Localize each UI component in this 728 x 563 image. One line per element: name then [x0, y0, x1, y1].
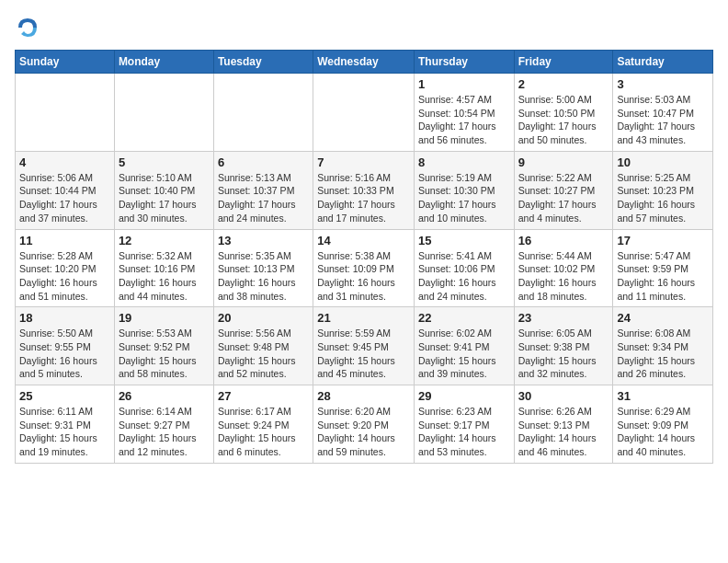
day-info: Sunrise: 5:38 AM Sunset: 10:09 PM Daylig… [317, 249, 410, 304]
calendar-week-3: 11Sunrise: 5:28 AM Sunset: 10:20 PM Dayl… [16, 229, 713, 307]
day-number: 24 [617, 311, 709, 325]
day-number: 7 [317, 155, 410, 169]
days-of-week-row: SundayMondayTuesdayWednesdayThursdayFrid… [16, 51, 713, 74]
day-of-week-tuesday: Tuesday [213, 51, 313, 74]
day-info: Sunrise: 5:00 AM Sunset: 10:50 PM Daylig… [518, 93, 609, 147]
calendar-cell: 9Sunrise: 5:22 AM Sunset: 10:27 PM Dayli… [514, 151, 613, 229]
day-info: Sunrise: 4:57 AM Sunset: 10:54 PM Daylig… [418, 93, 510, 147]
day-info: Sunrise: 5:32 AM Sunset: 10:16 PM Daylig… [119, 249, 210, 304]
day-number: 30 [518, 389, 609, 403]
calendar-cell: 30Sunrise: 6:26 AM Sunset: 9:13 PM Dayli… [514, 385, 613, 464]
day-number: 8 [418, 155, 510, 169]
day-info: Sunrise: 6:08 AM Sunset: 9:34 PM Dayligh… [617, 327, 709, 381]
calendar-cell: 15Sunrise: 5:41 AM Sunset: 10:06 PM Dayl… [414, 229, 514, 307]
day-number: 5 [119, 155, 210, 169]
day-number: 27 [218, 389, 309, 403]
day-number: 17 [617, 234, 709, 247]
day-number: 12 [119, 234, 210, 247]
day-of-week-saturday: Saturday [613, 51, 713, 74]
day-info: Sunrise: 6:14 AM Sunset: 9:27 PM Dayligh… [119, 405, 210, 459]
calendar-cell: 21Sunrise: 5:59 AM Sunset: 9:45 PM Dayli… [313, 307, 415, 385]
calendar-cell: 24Sunrise: 6:08 AM Sunset: 9:34 PM Dayli… [613, 307, 713, 385]
day-number: 13 [218, 234, 309, 247]
day-number: 20 [218, 311, 309, 325]
day-info: Sunrise: 5:03 AM Sunset: 10:47 PM Daylig… [617, 93, 709, 147]
day-info: Sunrise: 6:20 AM Sunset: 9:20 PM Dayligh… [317, 405, 410, 459]
day-number: 25 [19, 389, 110, 403]
day-number: 18 [19, 311, 110, 325]
calendar-cell: 28Sunrise: 6:20 AM Sunset: 9:20 PM Dayli… [313, 385, 415, 464]
day-number: 21 [317, 311, 410, 325]
day-number: 26 [119, 389, 210, 403]
day-info: Sunrise: 5:19 AM Sunset: 10:30 PM Daylig… [418, 171, 510, 225]
day-number: 31 [617, 389, 709, 403]
day-number: 3 [617, 77, 709, 91]
day-number: 11 [19, 234, 110, 247]
day-info: Sunrise: 5:06 AM Sunset: 10:44 PM Daylig… [19, 171, 110, 225]
calendar-cell: 19Sunrise: 5:53 AM Sunset: 9:52 PM Dayli… [114, 307, 213, 385]
day-number: 28 [317, 389, 410, 403]
day-number: 4 [19, 155, 110, 169]
calendar-cell: 20Sunrise: 5:56 AM Sunset: 9:48 PM Dayli… [213, 307, 313, 385]
calendar-cell: 2Sunrise: 5:00 AM Sunset: 10:50 PM Dayli… [514, 74, 613, 152]
calendar-cell: 10Sunrise: 5:25 AM Sunset: 10:23 PM Dayl… [613, 151, 713, 229]
day-info: Sunrise: 5:47 AM Sunset: 9:59 PM Dayligh… [617, 249, 709, 304]
calendar-cell: 11Sunrise: 5:28 AM Sunset: 10:20 PM Dayl… [16, 229, 115, 307]
calendar-cell: 5Sunrise: 5:10 AM Sunset: 10:40 PM Dayli… [114, 151, 213, 229]
day-number: 22 [418, 311, 510, 325]
calendar-cell: 22Sunrise: 6:02 AM Sunset: 9:41 PM Dayli… [414, 307, 514, 385]
calendar-cell: 27Sunrise: 6:17 AM Sunset: 9:24 PM Dayli… [213, 385, 313, 464]
calendar-cell: 26Sunrise: 6:14 AM Sunset: 9:27 PM Dayli… [114, 385, 213, 464]
calendar-header: SundayMondayTuesdayWednesdayThursdayFrid… [16, 51, 713, 74]
logo [15, 15, 44, 40]
calendar-cell: 3Sunrise: 5:03 AM Sunset: 10:47 PM Dayli… [613, 74, 713, 152]
day-info: Sunrise: 6:23 AM Sunset: 9:17 PM Dayligh… [418, 405, 510, 459]
calendar-cell: 18Sunrise: 5:50 AM Sunset: 9:55 PM Dayli… [16, 307, 115, 385]
calendar-cell: 25Sunrise: 6:11 AM Sunset: 9:31 PM Dayli… [16, 385, 115, 464]
day-of-week-monday: Monday [114, 51, 213, 74]
day-of-week-thursday: Thursday [414, 51, 514, 74]
day-number: 10 [617, 155, 709, 169]
day-info: Sunrise: 6:02 AM Sunset: 9:41 PM Dayligh… [418, 327, 510, 381]
day-number: 14 [317, 234, 410, 247]
day-of-week-sunday: Sunday [16, 51, 115, 74]
day-number: 16 [518, 234, 609, 247]
day-number: 6 [218, 155, 309, 169]
day-info: Sunrise: 6:17 AM Sunset: 9:24 PM Dayligh… [218, 405, 309, 459]
logo-icon [15, 15, 40, 40]
calendar-cell: 1Sunrise: 4:57 AM Sunset: 10:54 PM Dayli… [414, 74, 514, 152]
calendar-cell: 31Sunrise: 6:29 AM Sunset: 9:09 PM Dayli… [613, 385, 713, 464]
day-info: Sunrise: 5:22 AM Sunset: 10:27 PM Daylig… [518, 171, 609, 225]
day-info: Sunrise: 6:29 AM Sunset: 9:09 PM Dayligh… [617, 405, 709, 459]
day-info: Sunrise: 5:13 AM Sunset: 10:37 PM Daylig… [218, 171, 309, 225]
calendar-cell [16, 74, 115, 152]
calendar-week-5: 25Sunrise: 6:11 AM Sunset: 9:31 PM Dayli… [16, 385, 713, 464]
calendar-week-2: 4Sunrise: 5:06 AM Sunset: 10:44 PM Dayli… [16, 151, 713, 229]
day-number: 9 [518, 155, 609, 169]
day-info: Sunrise: 5:41 AM Sunset: 10:06 PM Daylig… [418, 249, 510, 304]
day-number: 15 [418, 234, 510, 247]
day-info: Sunrise: 5:53 AM Sunset: 9:52 PM Dayligh… [119, 327, 210, 381]
calendar-cell: 8Sunrise: 5:19 AM Sunset: 10:30 PM Dayli… [414, 151, 514, 229]
day-info: Sunrise: 6:11 AM Sunset: 9:31 PM Dayligh… [19, 405, 110, 459]
day-number: 1 [418, 77, 510, 91]
calendar-cell: 6Sunrise: 5:13 AM Sunset: 10:37 PM Dayli… [213, 151, 313, 229]
day-of-week-friday: Friday [514, 51, 613, 74]
calendar-cell [313, 74, 415, 152]
calendar-table: SundayMondayTuesdayWednesdayThursdayFrid… [15, 50, 713, 464]
day-number: 19 [119, 311, 210, 325]
day-info: Sunrise: 5:59 AM Sunset: 9:45 PM Dayligh… [317, 327, 410, 381]
calendar-cell: 14Sunrise: 5:38 AM Sunset: 10:09 PM Dayl… [313, 229, 415, 307]
day-of-week-wednesday: Wednesday [313, 51, 415, 74]
day-info: Sunrise: 5:10 AM Sunset: 10:40 PM Daylig… [119, 171, 210, 225]
day-info: Sunrise: 6:05 AM Sunset: 9:38 PM Dayligh… [518, 327, 609, 381]
calendar-cell: 23Sunrise: 6:05 AM Sunset: 9:38 PM Dayli… [514, 307, 613, 385]
calendar-cell [213, 74, 313, 152]
day-info: Sunrise: 5:28 AM Sunset: 10:20 PM Daylig… [19, 249, 110, 304]
calendar-week-4: 18Sunrise: 5:50 AM Sunset: 9:55 PM Dayli… [16, 307, 713, 385]
calendar-week-1: 1Sunrise: 4:57 AM Sunset: 10:54 PM Dayli… [16, 74, 713, 152]
calendar-cell: 17Sunrise: 5:47 AM Sunset: 9:59 PM Dayli… [613, 229, 713, 307]
day-info: Sunrise: 5:50 AM Sunset: 9:55 PM Dayligh… [19, 327, 110, 381]
calendar-cell: 29Sunrise: 6:23 AM Sunset: 9:17 PM Dayli… [414, 385, 514, 464]
day-info: Sunrise: 5:56 AM Sunset: 9:48 PM Dayligh… [218, 327, 309, 381]
